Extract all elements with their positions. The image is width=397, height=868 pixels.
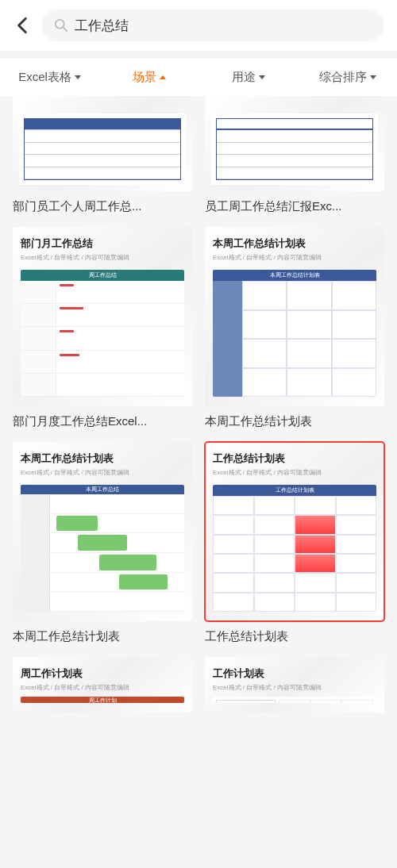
filter-label: 用途 <box>232 70 256 85</box>
filter-bar: Excel表格 场景 用途 综合排序 <box>0 59 397 96</box>
template-card[interactable]: 部门月工作总结 Excel格式 / 自带格式 / 内容可随意编辑 周工作总结 部… <box>13 227 192 429</box>
template-card[interactable]: 周工作计划表 Excel格式 / 自带格式 / 内容可随意编辑 周工作计划 <box>13 657 192 712</box>
thumb-title: 周工作计划表 <box>21 666 184 681</box>
chevron-down-icon <box>370 75 376 79</box>
filter-scene[interactable]: 场景 <box>99 70 198 85</box>
thumb-subtitle: Excel格式 / 自带格式 / 内容可随意编辑 <box>21 683 184 692</box>
thumb-title: 部门月工作总结 <box>21 236 184 251</box>
template-thumbnail: 工作总结计划表 Excel格式 / 自带格式 / 内容可随意编辑 工作总结计划表 <box>205 442 384 621</box>
filter-label: 场景 <box>133 70 156 85</box>
template-caption: 本周工作总结计划表 <box>13 629 192 644</box>
template-grid: 部门员工个人周工作总... 员工周工作总结汇报Exc... 部门月工作总结 Ex… <box>0 96 397 725</box>
chevron-down-icon <box>75 75 81 79</box>
search-bar[interactable] <box>41 10 384 41</box>
search-icon <box>54 18 68 33</box>
template-thumbnail: 工作计划表 Excel格式 / 自带格式 / 内容可随意编辑 <box>205 657 384 712</box>
template-caption: 工作总结计划表 <box>205 629 384 644</box>
thumb-subtitle: Excel格式 / 自带格式 / 内容可随意编辑 <box>213 253 376 262</box>
thumb-subtitle: Excel格式 / 自带格式 / 内容可随意编辑 <box>21 253 184 262</box>
template-thumbnail: 本周工作总结计划表 Excel格式 / 自带格式 / 内容可随意编辑 本周工作总… <box>205 227 384 406</box>
thumb-subtitle: Excel格式 / 自带格式 / 内容可随意编辑 <box>21 468 184 477</box>
search-input[interactable] <box>75 17 372 33</box>
template-card[interactable]: 员工周工作总结汇报Exc... <box>205 96 384 214</box>
thumb-title: 本周工作总结计划表 <box>21 451 184 466</box>
chevron-left-icon <box>17 17 28 34</box>
thumb-subtitle: Excel格式 / 自带格式 / 内容可随意编辑 <box>213 468 376 477</box>
svg-line-1 <box>64 28 67 32</box>
thumb-title: 工作总结计划表 <box>213 451 376 466</box>
thumb-title: 工作计划表 <box>213 666 376 681</box>
svg-point-0 <box>56 20 64 29</box>
template-caption: 员工周工作总结汇报Exc... <box>205 199 384 214</box>
template-thumbnail: 部门月工作总结 Excel格式 / 自带格式 / 内容可随意编辑 周工作总结 <box>13 227 192 406</box>
thumb-subtitle: Excel格式 / 自带格式 / 内容可随意编辑 <box>213 683 376 692</box>
filter-sort[interactable]: 综合排序 <box>298 70 397 85</box>
template-card-highlighted[interactable]: 工作总结计划表 Excel格式 / 自带格式 / 内容可随意编辑 工作总结计划表… <box>205 442 384 644</box>
template-caption: 部门员工个人周工作总... <box>13 199 192 214</box>
template-card[interactable]: 本周工作总结计划表 Excel格式 / 自带格式 / 内容可随意编辑 本周工作总… <box>13 442 192 644</box>
chevron-down-icon <box>259 75 265 79</box>
template-thumbnail <box>205 96 384 191</box>
template-card[interactable]: 工作计划表 Excel格式 / 自带格式 / 内容可随意编辑 <box>205 657 384 712</box>
template-thumbnail: 本周工作总结计划表 Excel格式 / 自带格式 / 内容可随意编辑 本周工作总… <box>13 442 192 621</box>
thumb-preview: 工作总结计划表 <box>213 485 376 612</box>
filter-label: Excel表格 <box>18 70 71 85</box>
thumb-preview: 周工作计划 <box>21 697 184 703</box>
thumb-preview: 周工作总结 <box>21 270 184 397</box>
template-card[interactable]: 本周工作总结计划表 Excel格式 / 自带格式 / 内容可随意编辑 本周工作总… <box>205 227 384 429</box>
back-button[interactable] <box>13 16 32 35</box>
thumb-preview: 本周工作总结 <box>21 485 184 612</box>
thumb-title: 本周工作总结计划表 <box>213 236 376 251</box>
template-thumbnail: 周工作计划表 Excel格式 / 自带格式 / 内容可随意编辑 周工作计划 <box>13 657 192 712</box>
header <box>0 0 397 51</box>
chevron-up-icon <box>160 75 166 79</box>
filter-label: 综合排序 <box>319 70 367 85</box>
template-thumbnail <box>13 96 192 191</box>
template-card[interactable]: 部门员工个人周工作总... <box>13 96 192 214</box>
template-caption: 部门月度工作总结Excel... <box>13 414 192 429</box>
template-caption: 本周工作总结计划表 <box>205 414 384 429</box>
filter-purpose[interactable]: 用途 <box>198 70 298 85</box>
thumb-preview <box>213 697 376 703</box>
thumb-preview: 本周工作总结计划表 <box>213 270 376 397</box>
filter-excel[interactable]: Excel表格 <box>0 70 99 85</box>
